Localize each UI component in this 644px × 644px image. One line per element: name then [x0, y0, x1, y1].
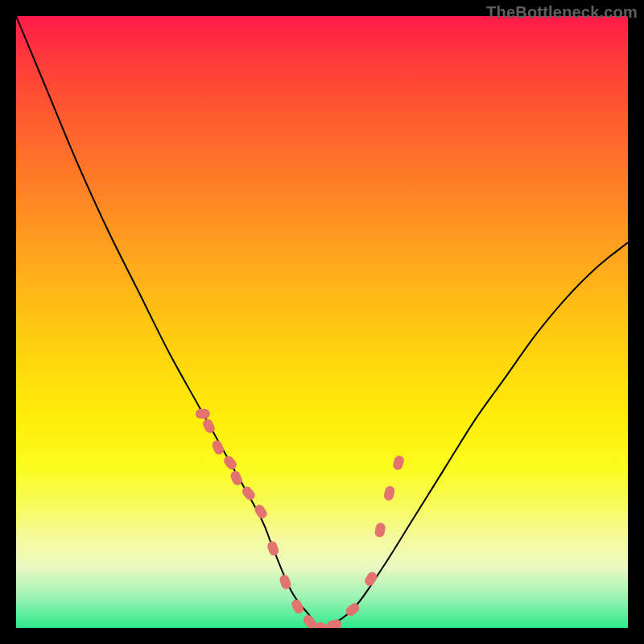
dot-marker	[211, 439, 225, 456]
dot-marker	[266, 540, 280, 557]
curve-line	[16, 16, 628, 628]
dot-marker	[222, 454, 239, 472]
dot-marker	[196, 409, 210, 419]
dot-marker	[290, 598, 305, 615]
dot-marker	[392, 454, 406, 471]
chart-curve	[16, 16, 628, 628]
dot-marker	[363, 570, 379, 588]
watermark-text: TheBottleneck.com	[486, 3, 638, 22]
bottleneck-chart	[16, 16, 628, 628]
dot-marker	[374, 522, 386, 538]
chart-dots	[196, 409, 406, 628]
dot-marker	[240, 485, 257, 502]
chart-frame: TheBottleneck.com	[0, 0, 644, 644]
dot-marker	[383, 485, 396, 502]
